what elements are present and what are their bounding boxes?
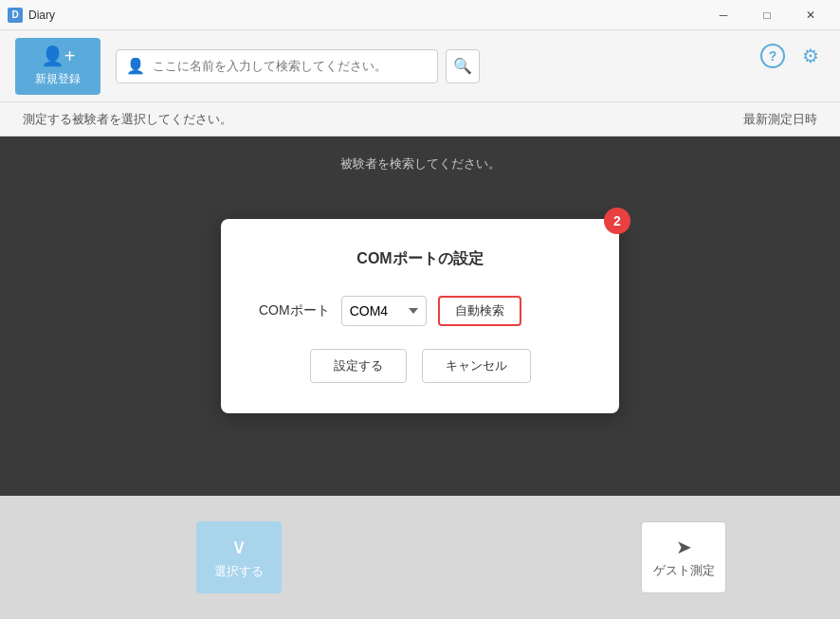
new-register-button[interactable]: 👤+ 新規登録	[15, 38, 100, 95]
help-button[interactable]: ?	[758, 42, 787, 70]
com-port-modal: 2 COMポートの設定 COMポート COM4 COM1 COM2 COM3 C…	[221, 219, 619, 413]
top-bar: 👤+ 新規登録 👤 🔍 ? ⚙	[0, 30, 840, 102]
chevron-down-icon: ∨	[231, 535, 247, 559]
close-button[interactable]: ✕	[789, 0, 832, 30]
select-button[interactable]: ∨ 選択する	[196, 521, 282, 593]
gear-icon: ⚙	[802, 45, 819, 67]
window-controls: ─ □ ✕	[702, 0, 832, 30]
search-input-wrapper: 👤	[116, 49, 438, 83]
app-icon: D	[8, 8, 23, 23]
bottom-section: ∨ 選択する ➤ ゲスト測定	[0, 496, 840, 619]
minimize-button[interactable]: ─	[702, 0, 745, 30]
add-person-icon: 👤+	[41, 45, 76, 67]
select-label: 選択する	[214, 563, 264, 580]
select-prompt: 測定する被験者を選択してください。	[23, 111, 232, 128]
title-bar: D Diary ─ □ ✕	[0, 0, 840, 30]
search-area: 👤 🔍	[116, 49, 825, 83]
maximize-button[interactable]: □	[745, 0, 789, 30]
help-icon: ?	[760, 44, 785, 68]
com-port-select[interactable]: COM4 COM1 COM2 COM3 COM5	[341, 296, 427, 326]
info-bar: 測定する被験者を選択してください。 最新測定日時	[0, 102, 840, 137]
new-register-label: 新規登録	[35, 71, 81, 87]
person-icon: 👤	[126, 57, 145, 75]
search-icon: 🔍	[453, 57, 472, 75]
last-measured-label: 最新測定日時	[743, 111, 817, 128]
send-icon: ➤	[676, 536, 692, 558]
top-bar-settings: ? ⚙	[758, 42, 825, 70]
set-button[interactable]: 設定する	[310, 349, 407, 383]
dark-section: 被験者を検索してください。 2 COMポートの設定 COMポート COM4 CO…	[0, 137, 840, 496]
cancel-button[interactable]: キャンセル	[422, 349, 531, 383]
guest-measure-button[interactable]: ➤ ゲスト測定	[641, 521, 726, 593]
search-button[interactable]: 🔍	[446, 49, 480, 83]
search-input[interactable]	[153, 59, 428, 73]
settings-button[interactable]: ⚙	[796, 42, 825, 70]
com-port-row: COMポート COM4 COM1 COM2 COM3 COM5 自動検索	[259, 296, 581, 326]
guest-label: ゲスト測定	[653, 562, 715, 579]
app-container: 👤+ 新規登録 👤 🔍 ? ⚙ 測定する被験者を選択してください。 最新測定日時	[0, 30, 840, 619]
auto-search-button[interactable]: 自動検索	[438, 296, 521, 326]
modal-overlay: 2 COMポートの設定 COMポート COM4 COM1 COM2 COM3 C…	[0, 137, 840, 496]
modal-actions: 設定する キャンセル	[259, 349, 581, 383]
modal-badge: 2	[604, 208, 630, 234]
title-bar-left: D Diary	[8, 8, 55, 23]
com-port-label: COMポート	[259, 302, 330, 319]
modal-title: COMポートの設定	[259, 249, 581, 269]
app-title: Diary	[28, 9, 55, 22]
